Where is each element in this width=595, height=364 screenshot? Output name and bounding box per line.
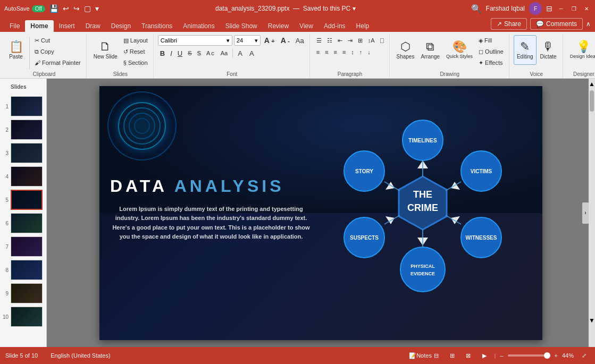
align-right-button[interactable]: ≡ bbox=[332, 47, 339, 57]
line-spacing-button[interactable]: ↕ bbox=[349, 47, 356, 57]
normal-view-button[interactable]: ⊟ bbox=[431, 350, 442, 361]
bullets-button[interactable]: ☰ bbox=[314, 35, 324, 46]
tab-slideshow[interactable]: Slide Show bbox=[220, 20, 263, 32]
increase-font-button[interactable]: A+ bbox=[262, 35, 277, 46]
new-slide-button[interactable]: 🗋 New Slide bbox=[91, 35, 120, 65]
canvas-scrollbar[interactable]: ▲ ▼ bbox=[589, 79, 595, 347]
scroll-down-button[interactable]: ▼ bbox=[589, 315, 595, 326]
decrease-font-button[interactable]: A- bbox=[279, 35, 292, 46]
comments-button[interactable]: 💬 Comments bbox=[530, 18, 583, 30]
char-spacing-button[interactable]: Ac bbox=[204, 48, 217, 58]
smart-art-button[interactable]: ⎕ bbox=[378, 35, 386, 46]
search-icon[interactable]: 🔍 bbox=[471, 4, 482, 14]
canvas-area[interactable]: DATA ANALYSIS Lorem Ipsum is simply dumm… bbox=[47, 79, 595, 347]
reset-button[interactable]: ↺ Reset bbox=[121, 46, 150, 57]
restore-button[interactable]: ❐ bbox=[569, 4, 578, 13]
numbering-button[interactable]: ☷ bbox=[325, 35, 334, 46]
increase-spacing-button[interactable]: ↓ bbox=[365, 47, 373, 57]
strikethrough-button[interactable]: S bbox=[186, 48, 194, 58]
slide-thumb-5[interactable]: 5 bbox=[2, 190, 44, 210]
columns-button[interactable]: ⊞ bbox=[356, 35, 365, 46]
slide-sorter-button[interactable]: ⊞ bbox=[447, 350, 458, 361]
dropdown-arrow[interactable]: ▾ bbox=[353, 5, 356, 12]
clear-formatting-button[interactable]: Aa bbox=[294, 35, 306, 46]
right-collapse-button[interactable]: › bbox=[582, 202, 589, 224]
arrange-button[interactable]: ⧉ Arrange bbox=[418, 35, 442, 65]
font-name-selector[interactable]: Calibri ▾ bbox=[158, 35, 232, 46]
tab-animations[interactable]: Animations bbox=[178, 20, 220, 32]
section-button[interactable]: § Section bbox=[121, 57, 150, 68]
redo-icon[interactable]: ↪ bbox=[72, 3, 81, 14]
minimize-button[interactable]: ─ bbox=[557, 4, 565, 13]
bold-button[interactable]: B bbox=[158, 48, 167, 58]
shape-outline-button[interactable]: ◻ Outline bbox=[476, 46, 506, 57]
slide-thumb-4[interactable]: 4 bbox=[2, 166, 44, 187]
share-button[interactable]: ↗ Share bbox=[491, 18, 527, 30]
quick-styles-button[interactable]: 🎨 Quick Styles bbox=[443, 35, 475, 65]
editing-button[interactable]: ✎ Editing bbox=[514, 35, 537, 65]
slideshow-button[interactable]: ▶ bbox=[479, 350, 490, 361]
layout-button[interactable]: ▤ Layout bbox=[121, 35, 150, 46]
format-painter-button[interactable]: 🖌 Format Painter bbox=[32, 57, 83, 68]
fit-slide-button[interactable]: ⤢ bbox=[578, 350, 590, 361]
save-icon[interactable]: 💾 bbox=[48, 3, 60, 14]
tab-draw[interactable]: Draw bbox=[80, 20, 106, 32]
shape-fill-button[interactable]: ◈ Fill bbox=[476, 35, 506, 46]
font-color-button[interactable]: A bbox=[247, 48, 258, 58]
align-left-button[interactable]: ≡ bbox=[314, 47, 322, 57]
tab-design[interactable]: Design bbox=[106, 20, 136, 32]
change-case-button[interactable]: Aa bbox=[219, 48, 230, 58]
justify-button[interactable]: ≡ bbox=[340, 47, 348, 57]
font-size-selector[interactable]: 24 ▾ bbox=[234, 35, 261, 46]
tab-addins[interactable]: Add-ins bbox=[319, 20, 351, 32]
scroll-thumb[interactable] bbox=[590, 90, 594, 112]
shape-effects-button[interactable]: ✦ Effects bbox=[476, 57, 506, 68]
highlight-color-button[interactable]: A bbox=[236, 48, 246, 58]
shapes-button[interactable]: ⬡ Shapes bbox=[394, 35, 417, 65]
collapse-ribbon-icon[interactable]: ∧ bbox=[586, 20, 591, 28]
dictate-button[interactable]: 🎙 Dictate bbox=[538, 35, 559, 65]
cut-button[interactable]: ✂ Cut bbox=[32, 35, 83, 46]
tab-review[interactable]: Review bbox=[263, 20, 294, 32]
tab-file[interactable]: File bbox=[4, 20, 25, 32]
ribbon-display-icon[interactable]: ⊟ bbox=[546, 4, 552, 13]
zoom-thumb[interactable] bbox=[544, 352, 550, 359]
tab-help[interactable]: Help bbox=[351, 20, 375, 32]
increase-indent-button[interactable]: ⇥ bbox=[346, 35, 355, 46]
slide-thumb-3[interactable]: 3 bbox=[2, 143, 44, 163]
slide-thumb-6[interactable]: 6 bbox=[2, 213, 44, 233]
dropdown-icon[interactable]: ▾ bbox=[94, 3, 100, 14]
underline-button[interactable]: U bbox=[175, 48, 185, 58]
design-ideas-button[interactable]: 💡 Design Ideas bbox=[567, 35, 595, 65]
close-button[interactable]: ✕ bbox=[582, 4, 591, 13]
slide-canvas[interactable]: DATA ANALYSIS Lorem Ipsum is simply dumm… bbox=[99, 86, 542, 340]
slide-thumb-8[interactable]: 8 bbox=[2, 260, 44, 280]
copy-button[interactable]: ⧉ Copy bbox=[32, 46, 83, 57]
tab-home[interactable]: Home bbox=[25, 20, 53, 32]
tab-view[interactable]: View bbox=[294, 20, 319, 32]
align-center-button[interactable]: ≡ bbox=[323, 47, 330, 57]
text-direction-button[interactable]: ↕A bbox=[366, 35, 377, 46]
zoom-slider[interactable] bbox=[508, 354, 550, 357]
undo-icon[interactable]: ↩ bbox=[62, 3, 70, 14]
collapse-icon[interactable]: › bbox=[582, 202, 589, 224]
shadow-button[interactable]: S bbox=[195, 48, 203, 58]
slide-thumb-2[interactable]: 2 bbox=[2, 120, 44, 140]
tab-transitions[interactable]: Transitions bbox=[136, 20, 178, 32]
autosave-toggle[interactable]: Off bbox=[32, 5, 45, 12]
zoom-in-button[interactable]: + bbox=[555, 352, 558, 359]
reading-view-button[interactable]: ⊠ bbox=[463, 350, 474, 361]
zoom-out-button[interactable]: – bbox=[500, 352, 503, 359]
slide-thumb-7[interactable]: 7 bbox=[2, 236, 44, 257]
scroll-up-button[interactable]: ▲ bbox=[589, 79, 595, 89]
present-icon[interactable]: ▢ bbox=[83, 3, 92, 14]
decrease-spacing-button[interactable]: ↑ bbox=[357, 47, 365, 57]
italic-button[interactable]: I bbox=[168, 48, 174, 58]
notes-button[interactable]: 📝 Notes bbox=[415, 350, 426, 361]
slide-thumb-1[interactable]: 1 bbox=[2, 96, 44, 116]
slide-thumb-9[interactable]: 9 bbox=[2, 283, 44, 303]
slide-thumb-10[interactable]: 10 bbox=[2, 307, 44, 327]
tab-insert[interactable]: Insert bbox=[54, 20, 80, 32]
decrease-indent-button[interactable]: ⇤ bbox=[336, 35, 345, 46]
paste-button[interactable]: 📋 Paste bbox=[5, 35, 27, 65]
